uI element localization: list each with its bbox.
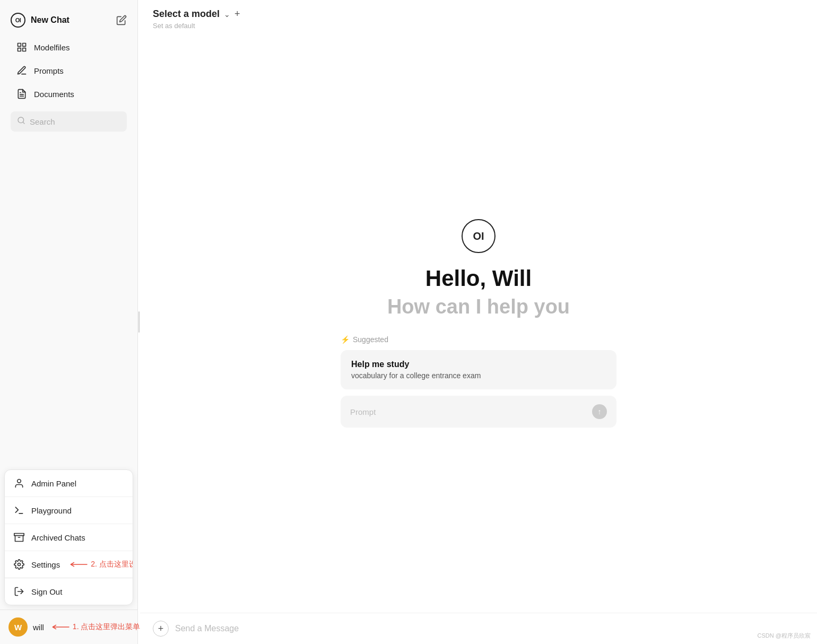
archived-chats-item[interactable]: Archived Chats — [5, 524, 133, 551]
playground-label: Playground — [31, 506, 72, 515]
suggested-section: ⚡ Suggested Help me study vocabulary for… — [341, 335, 616, 428]
lightning-icon: ⚡ — [341, 335, 350, 344]
welcome-logo: OI — [462, 219, 496, 253]
welcome-subtitle: How can I help you — [387, 295, 570, 318]
documents-icon — [16, 88, 28, 100]
modelfiles-icon — [16, 41, 28, 53]
chevron-down-icon[interactable]: ⌄ — [224, 10, 230, 19]
suggested-label: ⚡ Suggested — [341, 335, 616, 344]
send-prompt-button[interactable]: ↑ — [592, 404, 607, 419]
svg-point-8 — [18, 480, 21, 483]
hello-title: Hello, Will — [425, 266, 532, 291]
settings-annotation-text: 2. 点击这里设置模型 — [91, 560, 133, 569]
svg-rect-10 — [14, 534, 24, 536]
settings-label: Settings — [31, 560, 60, 569]
prompt-input-row: ↑ — [341, 396, 616, 428]
svg-rect-2 — [23, 48, 26, 51]
suggested-text: Suggested — [353, 335, 388, 344]
sign-out-item[interactable]: Sign Out — [5, 578, 133, 605]
svg-rect-1 — [23, 43, 26, 47]
svg-point-12 — [18, 563, 21, 566]
divider-bar — [138, 311, 140, 333]
attribution-text: CSDN @程序员欣宸 — [758, 632, 811, 640]
settings-annotation: 2. 点击这里设置模型 — [69, 560, 133, 569]
sidebar-footer[interactable]: W will 1. 点击这里弹出菜单 — [0, 610, 137, 644]
sidebar-item-prompts-label: Prompts — [34, 66, 64, 75]
archived-chats-label: Archived Chats — [31, 533, 85, 542]
avatar: W — [8, 617, 28, 637]
suggestion-desc-0: vocabulary for a college entrance exam — [351, 371, 606, 380]
pen-icon — [16, 65, 28, 76]
attach-button[interactable]: + — [153, 621, 169, 637]
sidebar-item-documents[interactable]: Documents — [11, 83, 127, 105]
new-chat-button[interactable]: OI New Chat — [11, 13, 69, 28]
model-select-row: Select a model ⌄ + — [153, 8, 804, 20]
admin-icon — [13, 477, 25, 489]
main-header: Select a model ⌄ + Set as default — [140, 0, 817, 34]
add-model-icon[interactable]: + — [234, 8, 240, 20]
suggestion-title-0: Help me study — [351, 360, 606, 369]
username: will — [33, 623, 44, 632]
admin-panel-item[interactable]: Admin Panel — [5, 470, 133, 497]
arrow-left-icon — [69, 560, 89, 569]
settings-item[interactable]: Settings 2. 点击这里设置模型 — [5, 551, 133, 578]
footer-annotation-text: 1. 点击这里弹出菜单 — [73, 622, 141, 632]
sidebar-spacer — [0, 140, 137, 465]
bottom-menu: Admin Panel Playground Archived Chats — [4, 469, 133, 605]
main-footer: + — [140, 613, 817, 644]
new-chat-label: New Chat — [31, 15, 69, 25]
prompt-input[interactable] — [350, 407, 586, 416]
search-row — [11, 111, 127, 132]
arrow-left-footer-icon — [51, 622, 71, 632]
main-content: Select a model ⌄ + Set as default OI Hel… — [140, 0, 817, 644]
sidebar-nav: Modelfiles Prompts — [6, 34, 131, 108]
footer-annotation: 1. 点击这里弹出菜单 — [51, 622, 141, 632]
playground-item[interactable]: Playground — [5, 497, 133, 524]
new-chat-row: OI New Chat — [6, 8, 131, 32]
svg-rect-0 — [18, 43, 21, 47]
sidebar-item-modelfiles-label: Modelfiles — [34, 43, 70, 52]
sidebar-item-modelfiles[interactable]: Modelfiles — [11, 36, 127, 58]
message-input[interactable] — [175, 624, 804, 633]
archive-icon — [13, 532, 25, 543]
terminal-icon — [13, 504, 25, 516]
search-input[interactable] — [30, 117, 120, 126]
set-default-label: Set as default — [153, 22, 804, 30]
oi-logo: OI — [11, 13, 25, 28]
suggestion-card-0[interactable]: Help me study vocabulary for a college e… — [341, 350, 616, 389]
sign-out-icon — [13, 586, 25, 597]
svg-rect-3 — [18, 48, 21, 51]
sign-out-label: Sign Out — [31, 587, 62, 596]
gear-icon — [13, 559, 25, 570]
search-icon — [17, 116, 25, 127]
sidebar-top: OI New Chat — [0, 0, 137, 140]
edit-icon[interactable] — [116, 15, 127, 25]
sidebar: OI New Chat — [0, 0, 138, 644]
svg-line-7 — [23, 122, 24, 124]
sidebar-item-documents-label: Documents — [34, 90, 74, 99]
admin-panel-label: Admin Panel — [31, 479, 76, 488]
sign-out-group: Sign Out — [5, 578, 133, 605]
main-body: OI Hello, Will How can I help you ⚡ Sugg… — [140, 34, 817, 613]
model-select-label: Select a model — [153, 8, 220, 20]
sidebar-item-prompts[interactable]: Prompts — [11, 59, 127, 82]
